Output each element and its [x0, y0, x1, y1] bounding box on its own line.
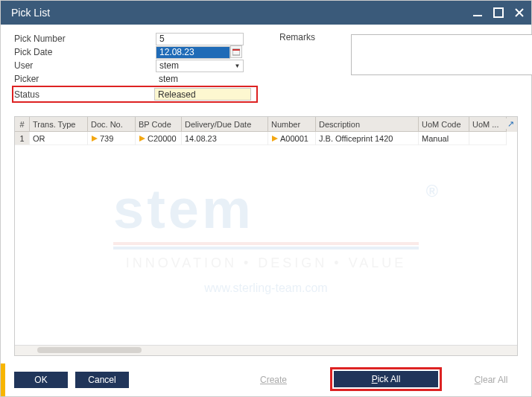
link-arrow-icon — [139, 135, 146, 142]
col-number[interactable]: Number — [268, 117, 316, 132]
picker-row: Picker stem — [14, 72, 253, 86]
remarks-area: Remarks — [270, 32, 532, 103]
scrollbar-thumb[interactable] — [37, 347, 142, 353]
link-arrow-icon — [271, 135, 279, 142]
col-description[interactable]: Description — [316, 117, 419, 132]
status-label: Status — [14, 89, 154, 100]
user-value: stem — [159, 60, 179, 71]
col-doc-no[interactable]: Doc. No. — [88, 117, 136, 132]
user-label: User — [14, 60, 156, 71]
pick-date-row: Pick Date 12.08.23 — [14, 45, 253, 59]
picker-field: stem — [156, 73, 244, 86]
pick-all-label: ick All — [378, 374, 401, 384]
remarks-textarea[interactable] — [351, 34, 532, 75]
row-bp-code[interactable]: C20000 — [136, 132, 182, 145]
window-controls — [472, 7, 525, 19]
pick-number-label: Pick Number — [14, 34, 156, 44]
pick-all-highlight: Pick All — [330, 367, 442, 391]
close-button[interactable] — [513, 7, 525, 19]
svg-rect-5 — [232, 49, 240, 51]
window: Pick List Pick Number 5 Pick Date — [0, 0, 532, 397]
pick-date-label: Pick Date — [14, 47, 156, 57]
pick-all-button[interactable]: Pick All — [334, 371, 438, 387]
status-highlight: Status Released — [12, 86, 258, 103]
grid-body[interactable]: 1 OR 739 C20000 14.08.23 — [15, 132, 517, 345]
user-row: User stem ▼ — [14, 59, 253, 72]
dropdown-icon: ▼ — [232, 61, 242, 71]
col-bp-code[interactable]: BP Code — [136, 117, 182, 132]
row-doc-no[interactable]: 739 — [88, 132, 136, 145]
ok-button[interactable]: OK — [14, 372, 68, 388]
footer: OK Cancel Create Pick All Clear All — [1, 363, 531, 396]
form-left: Pick Number 5 Pick Date 12.08.23 User st… — [14, 32, 253, 103]
link-arrow-icon — [91, 135, 98, 142]
popout-icon[interactable]: ↗ — [505, 118, 516, 129]
cancel-button[interactable]: Cancel — [75, 372, 129, 388]
svg-rect-0 — [473, 15, 482, 16]
pick-date-field[interactable]: 12.08.23 — [156, 46, 230, 59]
col-uom-code[interactable]: UoM Code — [419, 117, 469, 132]
calendar-icon[interactable] — [230, 45, 242, 58]
remarks-label: Remarks — [279, 32, 315, 75]
user-field[interactable]: stem ▼ — [156, 60, 244, 72]
grid: ↗ # Trans. Type Doc. No. BP Code Deliver… — [14, 116, 518, 356]
col-uom-name[interactable]: UoM ... — [469, 117, 507, 132]
grid-wrap: stem® INNOVATION • DESIGN • VALUE www.st… — [14, 116, 518, 356]
col-delivery-date[interactable]: Delivery/Due Date — [182, 117, 268, 132]
content-area: Pick Number 5 Pick Date 12.08.23 User st… — [1, 25, 531, 363]
status-field: Released — [154, 88, 251, 101]
svg-rect-1 — [494, 8, 503, 17]
status-row: Status Released — [14, 88, 256, 101]
window-title: Pick List — [11, 7, 50, 19]
pick-number-row: Pick Number 5 — [14, 32, 253, 45]
clear-all-button[interactable]: Clear All — [464, 372, 518, 388]
col-trans-type[interactable]: Trans. Type — [30, 117, 88, 132]
table-row[interactable]: 1 OR 739 C20000 14.08.23 — [15, 132, 517, 145]
maximize-button[interactable] — [493, 7, 504, 19]
row-delivery-date: 14.08.23 — [182, 132, 268, 145]
col-num[interactable]: # — [15, 117, 30, 132]
create-button[interactable]: Create — [247, 372, 300, 388]
horizontal-scrollbar[interactable] — [15, 345, 517, 355]
row-trans-type: OR — [30, 132, 88, 145]
form-area: Pick Number 5 Pick Date 12.08.23 User st… — [14, 32, 518, 103]
row-uom-name — [469, 132, 507, 145]
picker-label: Picker — [14, 74, 156, 84]
row-description: J.B. Officeprint 1420 — [316, 132, 419, 145]
minimize-button[interactable] — [472, 7, 484, 19]
titlebar: Pick List — [1, 1, 531, 25]
row-number[interactable]: A00001 — [268, 132, 316, 145]
row-uom-code: Manual — [419, 132, 469, 145]
grid-header: # Trans. Type Doc. No. BP Code Delivery/… — [15, 117, 517, 132]
pick-number-field[interactable]: 5 — [156, 33, 244, 45]
row-num: 1 — [15, 132, 30, 145]
